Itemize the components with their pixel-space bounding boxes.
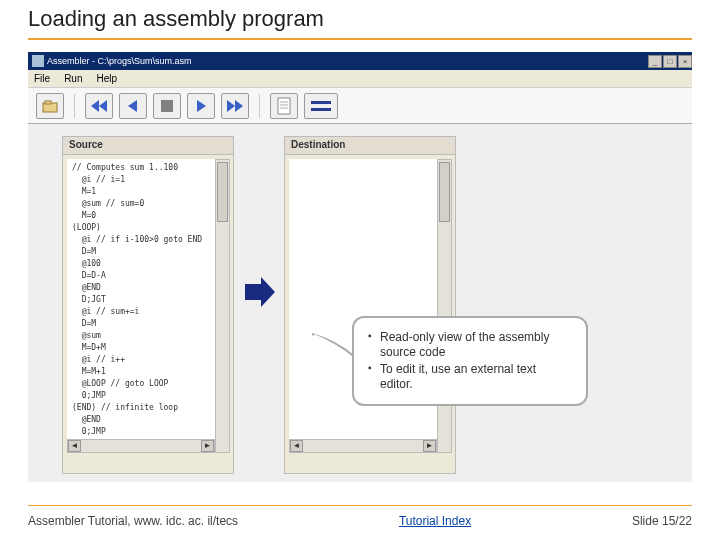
- source-hscroll[interactable]: ◄ ►: [67, 439, 215, 453]
- menu-file[interactable]: File: [34, 73, 50, 84]
- svg-rect-1: [45, 101, 51, 104]
- document-button[interactable]: [270, 93, 298, 119]
- fast-back-icon: [89, 98, 109, 114]
- scroll-thumb[interactable]: [439, 162, 450, 222]
- pause-icon: [160, 99, 174, 113]
- source-panel-header: Source: [63, 137, 233, 155]
- menu-help[interactable]: Help: [96, 73, 117, 84]
- callout-item-2: To edit it, use an external text editor.: [368, 362, 572, 392]
- scroll-left-icon[interactable]: ◄: [290, 440, 303, 452]
- separator: [74, 94, 75, 118]
- footer-divider: [28, 505, 692, 506]
- svg-marker-4: [128, 100, 137, 112]
- scroll-right-icon[interactable]: ►: [423, 440, 436, 452]
- dest-vscroll[interactable]: [437, 159, 452, 453]
- titlebar: Assembler - C:\progs\Sum\sum.asm _ □ ×: [28, 52, 692, 70]
- destination-panel: Destination ◄ ►: [284, 136, 456, 474]
- fast-back-button[interactable]: [85, 93, 113, 119]
- callout-tail: [310, 332, 355, 377]
- maximize-button[interactable]: □: [663, 55, 677, 68]
- destination-panel-header: Destination: [285, 137, 455, 155]
- svg-marker-7: [227, 100, 235, 112]
- paper-icon: [276, 97, 292, 115]
- svg-marker-2: [91, 100, 99, 112]
- scroll-right-icon[interactable]: ►: [201, 440, 214, 452]
- pause-button[interactable]: [153, 93, 181, 119]
- svg-rect-14: [311, 108, 331, 111]
- app-icon: [32, 55, 44, 67]
- callout-item-1: Read-only view of the assembly source co…: [368, 330, 572, 360]
- step-fwd-icon: [193, 98, 209, 114]
- destination-code-view: [289, 159, 437, 453]
- fast-fwd-button[interactable]: [221, 93, 249, 119]
- svg-marker-3: [99, 100, 107, 112]
- minimize-button[interactable]: _: [648, 55, 662, 68]
- step-back-button[interactable]: [119, 93, 147, 119]
- menubar: File Run Help: [28, 70, 692, 88]
- step-fwd-button[interactable]: [187, 93, 215, 119]
- svg-rect-13: [311, 101, 331, 104]
- app-window: Assembler - C:\progs\Sum\sum.asm _ □ × F…: [28, 52, 692, 482]
- equals-icon: [309, 98, 333, 114]
- svg-marker-8: [235, 100, 243, 112]
- svg-marker-6: [197, 100, 206, 112]
- open-icon: [41, 98, 59, 114]
- callout-box: Read-only view of the assembly source co…: [352, 316, 588, 406]
- slide-title: Loading an assembly program: [28, 6, 324, 32]
- menu-run[interactable]: Run: [64, 73, 82, 84]
- separator: [259, 94, 260, 118]
- svg-marker-15: [245, 277, 275, 307]
- tutorial-index-link[interactable]: Tutorial Index: [399, 514, 471, 528]
- scroll-thumb[interactable]: [217, 162, 228, 222]
- fast-fwd-icon: [225, 98, 245, 114]
- window-title: Assembler - C:\progs\Sum\sum.asm: [47, 56, 192, 66]
- step-back-icon: [125, 98, 141, 114]
- svg-rect-9: [278, 98, 290, 114]
- translate-arrow-icon: [241, 274, 277, 314]
- close-button[interactable]: ×: [678, 55, 692, 68]
- footer: Assembler Tutorial, www. idc. ac. il/tec…: [28, 514, 692, 528]
- source-vscroll[interactable]: [215, 159, 230, 453]
- content-area: Source // Computes sum 1..100 @i // i=1 …: [28, 124, 692, 482]
- toolbar: [28, 88, 692, 124]
- dest-hscroll[interactable]: ◄ ►: [289, 439, 437, 453]
- equals-button[interactable]: [304, 93, 338, 119]
- source-panel: Source // Computes sum 1..100 @i // i=1 …: [62, 136, 234, 474]
- svg-rect-5: [161, 100, 173, 112]
- scroll-left-icon[interactable]: ◄: [68, 440, 81, 452]
- open-button[interactable]: [36, 93, 64, 119]
- source-code-view: // Computes sum 1..100 @i // i=1 M=1 @su…: [67, 159, 215, 453]
- title-underline: [28, 38, 692, 40]
- slide-number: Slide 15/22: [632, 514, 692, 528]
- footer-left: Assembler Tutorial, www. idc. ac. il/tec…: [28, 514, 238, 528]
